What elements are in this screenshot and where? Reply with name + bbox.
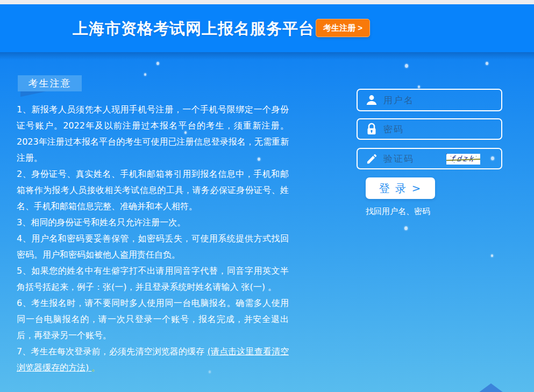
login-button[interactable]: 登 录 > (366, 177, 435, 199)
notice-item-6: 6、考生报名时，请不要同时多人使用同一台电脑报名。确需多人使用同一台电脑报名的，… (17, 295, 289, 344)
recover-credentials-link[interactable]: 找回用户名、密码 (366, 206, 430, 217)
captcha-input[interactable] (383, 149, 501, 168)
notice-item-4: 4、用户名和密码要妥善保管，如密码丢失，可使用系统提供方式找回密码。用户和密码如… (17, 231, 289, 263)
lock-icon (365, 122, 379, 136)
notice-item-2: 2、身份证号、真实姓名、手机和邮箱将引用到报名信息中，手机和邮箱将作为报考人员接… (17, 166, 289, 215)
notice-item-7: 7、考生在每次登录前，必须先清空浏览器的缓存 (请点击这里查看清空浏览器缓存的方… (17, 344, 289, 376)
captcha-image[interactable]: fdzk (446, 154, 480, 165)
page: 上海市资格考试网上报名服务平台 考生注册 > 考生注意 1、新报考人员须凭本人现… (0, 0, 534, 392)
notice-badge: 考生注意 (18, 75, 82, 91)
username-field[interactable] (357, 89, 502, 111)
bubble-decoration (491, 254, 493, 257)
password-input[interactable] (383, 119, 501, 139)
user-icon (365, 93, 379, 107)
captcha-field[interactable]: fdzk (357, 148, 502, 169)
username-input[interactable] (383, 90, 501, 110)
notice-item-3: 3、相同的身份证号和姓名只允许注册一次。 (17, 215, 289, 231)
mountain-triangle-decoration (479, 383, 503, 392)
notice-item-1: 1、新报考人员须凭本人现用手机号注册，一个手机号限绑定一个身份证号账户。2022… (17, 102, 289, 166)
page-title: 上海市资格考试网上报名服务平台 (73, 18, 315, 40)
bubble-decoration (405, 64, 408, 68)
captcha-noise-dots (446, 154, 447, 154)
top-strip (0, 0, 534, 4)
bubble-decoration (418, 85, 420, 88)
notice-item-7-period: 。 (91, 362, 100, 373)
notice-item-5: 5、如果您的姓名中有生僻字打不出请用同音字代替，同音字用英文半角括号括起来，例子… (17, 263, 289, 295)
bubble-decoration (144, 73, 146, 76)
notice-badge-tail (20, 91, 46, 97)
bubble-decoration (404, 226, 408, 230)
notice-list: 1、新报考人员须凭本人现用手机号注册，一个手机号限绑定一个身份证号账户。2022… (17, 102, 289, 376)
register-button[interactable]: 考生注册 > (316, 19, 370, 37)
page-body: 考生注意 1、新报考人员须凭本人现用手机号注册，一个手机号限绑定一个身份证号账户… (0, 52, 534, 392)
password-field[interactable] (357, 118, 502, 140)
bubble-decoration (156, 62, 159, 65)
bubble-decoration (486, 62, 488, 65)
app-header: 上海市资格考试网上报名服务平台 考生注册 > (0, 4, 534, 52)
notice-item-7-text: 7、考生在每次登录前，必须先清空浏览器的缓存 (17, 346, 208, 357)
pencil-icon (365, 152, 379, 166)
